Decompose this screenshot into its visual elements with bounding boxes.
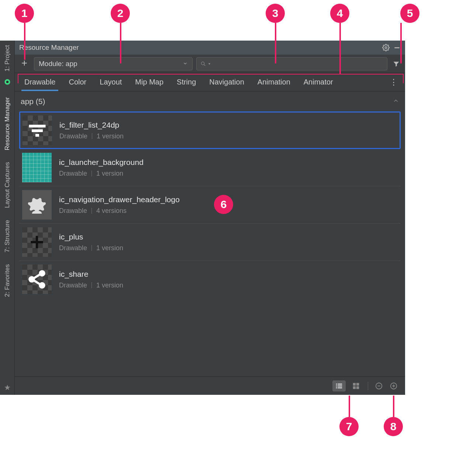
resource-type: Drawable — [59, 132, 87, 140]
callout-line — [275, 23, 276, 63]
resource-thumbnail — [22, 153, 52, 182]
callout-1: 1 — [15, 4, 34, 23]
svg-rect-5 — [29, 125, 46, 128]
callout-7: 7 — [339, 417, 359, 436]
svg-rect-21 — [353, 386, 356, 389]
callout-line — [400, 23, 402, 63]
svg-rect-19 — [353, 383, 356, 385]
resource-type: Drawable — [59, 244, 87, 252]
callout-3: 3 — [266, 4, 285, 23]
tab-string[interactable]: String — [170, 73, 203, 91]
svg-point-4 — [201, 62, 204, 65]
callout-6: 6 — [214, 195, 233, 214]
resource-type: Drawable — [59, 207, 87, 215]
resource-item[interactable]: ic_plus Drawable 1 version — [19, 224, 401, 261]
callout-8: 8 — [384, 417, 403, 436]
separator — [91, 170, 92, 176]
resource-type: Drawable — [59, 170, 87, 177]
filter-button[interactable] — [391, 60, 401, 68]
zoom-in-button[interactable] — [388, 380, 399, 392]
tab-drawable[interactable]: Drawable — [18, 73, 62, 91]
separator — [91, 245, 92, 251]
module-label: Module: app — [39, 60, 77, 68]
resource-manager-panel: Resource Manager Module: app — [15, 41, 405, 395]
resource-list: ic_filter_list_24dp Drawable 1 version i… — [15, 111, 405, 301]
callout-line — [24, 23, 25, 60]
resource-name: ic_plus — [59, 232, 123, 241]
callout-line — [393, 396, 394, 417]
rail-tab-layout-captures[interactable]: Layout Captures — [4, 158, 11, 213]
svg-point-2 — [385, 47, 387, 49]
rail-label: Resource Manager — [4, 97, 11, 151]
rail-tab-resource-manager[interactable]: Resource Manager — [4, 93, 11, 155]
list-view-button[interactable] — [332, 380, 346, 392]
callout-line — [120, 23, 121, 63]
rail-tab-structure[interactable]: 7: Structure — [4, 215, 11, 257]
toolbar: Module: app ▾ — [15, 55, 405, 73]
grid-view-button[interactable] — [349, 380, 363, 392]
resource-name: ic_filter_list_24dp — [59, 121, 124, 130]
tab-mipmap[interactable]: Mip Map — [128, 73, 170, 91]
module-selector[interactable]: Module: app — [34, 57, 193, 70]
zoom-out-button[interactable] — [373, 380, 384, 392]
svg-rect-6 — [32, 130, 43, 132]
resource-versions: 1 version — [96, 170, 123, 177]
callout-line — [349, 396, 350, 417]
svg-rect-22 — [356, 386, 359, 389]
minimize-icon[interactable] — [393, 44, 401, 51]
resource-versions: 1 version — [96, 282, 123, 289]
svg-rect-20 — [356, 383, 359, 385]
separator — [91, 282, 92, 288]
callout-line — [339, 23, 341, 75]
separator — [91, 208, 92, 214]
svg-rect-15 — [336, 385, 337, 386]
tab-layout[interactable]: Layout — [93, 73, 128, 91]
callout-4: 4 — [330, 4, 349, 23]
resource-versions: 1 version — [96, 244, 123, 252]
resource-item[interactable]: ic_filter_list_24dp Drawable 1 version — [19, 111, 401, 149]
resource-thumbnail — [22, 227, 52, 257]
resource-item[interactable]: ic_share Drawable 1 version — [19, 261, 401, 298]
resource-type: Drawable — [59, 282, 87, 289]
section-header[interactable]: app (5) — [15, 92, 405, 111]
tabs-overflow-button[interactable]: ⋮ — [385, 77, 402, 87]
resource-item[interactable]: ic_launcher_background Drawable 1 versio… — [19, 149, 401, 186]
tab-animator[interactable]: Animator — [297, 73, 340, 91]
rail-tab-project[interactable]: 1: Project — [4, 41, 11, 76]
tab-navigation[interactable]: Navigation — [203, 73, 251, 91]
footer-divider — [368, 382, 368, 390]
resource-type-tabs: Drawable Color Layout Mip Map String Nav… — [15, 73, 405, 92]
tool-window-rail: 1: Project Resource Manager Layout Captu… — [0, 41, 15, 395]
search-dropdown-icon[interactable]: ▾ — [208, 62, 210, 66]
star-icon: ★ — [4, 383, 11, 395]
svg-rect-13 — [336, 383, 337, 384]
svg-rect-18 — [338, 387, 342, 388]
android-icon — [4, 76, 11, 90]
callout-2: 2 — [111, 4, 130, 23]
resource-name: ic_share — [59, 270, 123, 279]
panel-header: Resource Manager — [15, 41, 405, 55]
chevron-down-icon — [183, 60, 188, 68]
ide-window: 1: Project Resource Manager Layout Captu… — [0, 41, 405, 395]
resource-name: ic_navigation_drawer_header_logo — [59, 195, 180, 204]
search-field[interactable]: ▾ — [196, 57, 387, 70]
rail-tab-favorites[interactable]: 2: Favorites — [4, 260, 11, 301]
gear-icon[interactable] — [382, 44, 390, 51]
resource-versions: 4 versions — [96, 207, 127, 215]
resource-item[interactable]: ic_navigation_drawer_header_logo Drawabl… — [19, 186, 401, 224]
svg-rect-7 — [35, 134, 39, 137]
search-input[interactable] — [213, 60, 383, 68]
panel-footer — [15, 376, 405, 395]
chevron-up-icon — [393, 97, 399, 106]
svg-rect-14 — [338, 383, 342, 384]
resource-name: ic_launcher_background — [59, 158, 144, 167]
separator — [92, 133, 92, 139]
tab-color[interactable]: Color — [62, 73, 93, 91]
search-icon — [200, 61, 206, 67]
callout-5: 5 — [400, 4, 419, 23]
panel-title: Resource Manager — [19, 44, 379, 52]
resource-versions: 1 version — [97, 132, 124, 140]
svg-rect-3 — [394, 47, 399, 48]
tab-animation[interactable]: Animation — [251, 73, 297, 91]
svg-rect-16 — [338, 385, 342, 386]
